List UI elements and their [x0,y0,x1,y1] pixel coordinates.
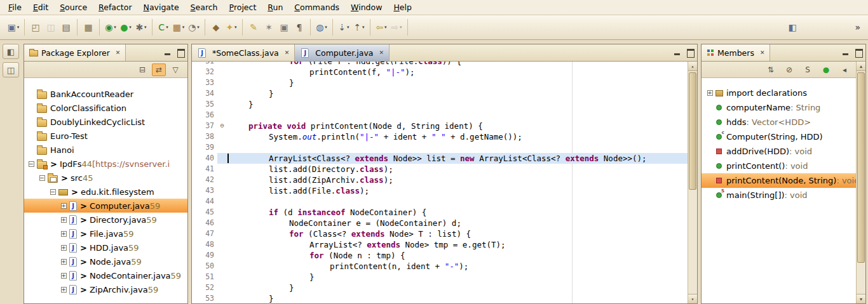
print-button[interactable]: ▤ [58,20,74,35]
minimize-icon[interactable] [163,48,173,57]
member-item-import-declarations[interactable]: import declarations [702,86,865,100]
show-selected-element-button[interactable]: ▣ [276,20,292,35]
hide-fields-button[interactable]: ⊘ [782,63,796,76]
tree-item-euro-test[interactable]: Euro-Test [24,129,187,143]
code-line-46[interactable]: 46NodeContainer e = (NodeContainer) d; [192,218,697,228]
editor-tab-computer-java[interactable]: Computer.java [295,44,390,61]
members-scrollbar[interactable] [856,62,865,303]
expand-icon[interactable] [61,287,67,293]
member-item-printcontent-node-string[interactable]: printContent(Node, String) : void [702,173,865,188]
expand-icon[interactable] [61,273,67,279]
code-line-36[interactable]: 36 [192,110,697,121]
tree-item-doublylinkedcycliclist[interactable]: DoublyLinkedCyclicList [24,115,187,129]
tree-item-ziparchiv-java[interactable]: >ZipArchiv.java 59 [24,282,187,296]
run-button[interactable]: ●▾ [118,20,133,35]
menu-project[interactable]: Project [224,0,262,15]
back-button[interactable]: ⇦▾ [374,20,389,35]
expand-icon[interactable] [61,203,67,209]
menu-edit[interactable]: Edit [27,0,54,15]
code-line-31[interactable]: 31for (File f : hdd.get(File.class)) { [192,62,697,67]
close-icon[interactable] [116,50,121,56]
code-line-43[interactable]: 43list.add(File.class); [192,185,697,196]
hide-non-public-button[interactable]: ● [819,63,833,76]
web-browser-button[interactable]: ◍▾ [314,20,329,35]
member-item-main-string[interactable]: Smain(String[]) : void [702,188,865,202]
expand-icon[interactable] [61,245,67,251]
code-line-45[interactable]: 45if (d instanceof NodeContainer) { [192,207,697,218]
close-icon[interactable] [760,50,765,56]
collapse-all-button[interactable]: ⊟ [135,63,149,76]
scroll-up-icon[interactable] [688,62,697,71]
close-icon[interactable] [379,50,384,56]
code-line-42[interactable]: 42list.add(ZipArchiv.class); [192,175,697,185]
menu-run[interactable]: Run [262,0,288,15]
tree-item-edu-kit-filesystem[interactable]: >edu.kit.filesystem [24,185,187,199]
member-item-computer-string-hdd[interactable]: cComputer(String, HDD) [702,129,865,144]
external-tools-button[interactable]: ✱▾ [133,20,149,35]
tree-item-bankaccountreader[interactable]: BankAccountReader [24,87,187,101]
close-icon[interactable] [285,50,290,56]
tree-item-directory-java[interactable]: >Directory.java 59 [24,213,187,227]
tree-item-hdd-java[interactable]: >HDD.java 59 [24,241,187,254]
menu-window[interactable]: Window [345,0,388,15]
fold-collapse-icon[interactable] [217,121,227,131]
show-view-tray-button[interactable]: ◫ [3,62,19,77]
tree-item-ipdfs[interactable]: >IpdFs 44 [https://svnserver.i [24,157,187,171]
maximize-icon[interactable] [854,48,864,57]
code-line-41[interactable]: 41list.add(Directory.class); [192,164,697,175]
view-menu-button[interactable]: ▽ [168,63,182,76]
next-annotation-button[interactable]: ⇣▾ [336,20,351,35]
open-file-button[interactable]: ◰ [28,20,43,35]
code-line-34[interactable]: 34} [192,88,697,99]
maximize-icon[interactable] [686,48,695,57]
members-tab[interactable]: Members [702,44,770,61]
expand-icon[interactable] [61,259,67,265]
editor-tab-someclass-java[interactable]: *SomeClass.java [192,44,295,61]
restore-fast-view-button[interactable]: ◧ [3,44,19,59]
code-line-32[interactable]: 32printContent(f, "|-"); [192,67,697,77]
scroll-thumb[interactable] [689,72,696,190]
tree-item-nodecontainer-java[interactable]: >NodeContainer.java 59 [24,268,187,282]
tree-item-file-java[interactable]: >File.java 59 [24,227,187,241]
menu-source[interactable]: Source [54,0,93,15]
code-line-40[interactable]: 40ArrayList<Class<? extends Node>> list … [192,153,697,164]
toggle-mark-occurrences-button[interactable]: ✎ [246,20,261,35]
member-item-computername[interactable]: computerName : String [702,100,865,115]
menu-navigate[interactable]: Navigate [138,0,185,15]
forward-button[interactable]: ⇨▾ [389,20,404,35]
maximize-icon[interactable] [176,48,186,57]
coverage-button[interactable]: ◔▾ [186,20,201,35]
toolbar-overflow-button[interactable]: » [851,21,864,34]
export-jar-button[interactable]: ◆ [208,20,224,35]
scroll-thumb[interactable] [857,72,865,263]
collapse-icon[interactable] [39,175,45,181]
member-item-hdds[interactable]: hdds : Vector<HDD> [702,115,865,129]
collapse-icon[interactable] [50,189,56,195]
scroll-up-icon[interactable] [857,62,865,71]
build-all-button[interactable]: ▦ [81,20,96,35]
tree-item-computer-java[interactable]: >Computer.java 59 [24,199,187,213]
code-line-37[interactable]: 37private void printContent(Node d, Stri… [192,121,697,131]
minimize-icon[interactable] [673,48,682,57]
code-line-48[interactable]: 48ArrayList<? extends Node> tmp = e.get(… [192,239,697,250]
tree-item-colorclassification[interactable]: ColorClassification [24,101,187,115]
new-java-class-button[interactable]: C▾ [156,20,171,35]
minimize-icon[interactable] [841,48,851,57]
code-line-39[interactable]: 39 [192,142,697,153]
member-item-adddrive-hdd[interactable]: addDrive(HDD) : void [702,144,865,159]
hide-static-members-button[interactable]: S [801,63,815,76]
scroll-down-icon[interactable] [688,294,697,303]
code-line-35[interactable]: 35} [192,99,697,110]
show-inherited-button[interactable]: ◂ [837,63,851,76]
search-button[interactable]: ✦▾ [224,20,239,35]
java-perspective-button[interactable]: ◧ [785,20,800,35]
menu-help[interactable]: Help [388,0,417,15]
show-whitespace-button[interactable]: ¶ [292,20,307,35]
code-line-50[interactable]: 50printContent(n, ident + "-"); [192,261,697,272]
debug-button[interactable]: ◉▾ [103,20,118,35]
code-line-38[interactable]: 38System.out.println("|-" + ident + " " … [192,131,697,142]
editor-scrollbar[interactable] [688,62,697,303]
code-line-49[interactable]: 49for (Node n : tmp) { [192,250,697,261]
scroll-down-icon[interactable] [857,294,865,303]
code-line-47[interactable]: 47for (Class<? extends Node> T : list) { [192,228,697,239]
